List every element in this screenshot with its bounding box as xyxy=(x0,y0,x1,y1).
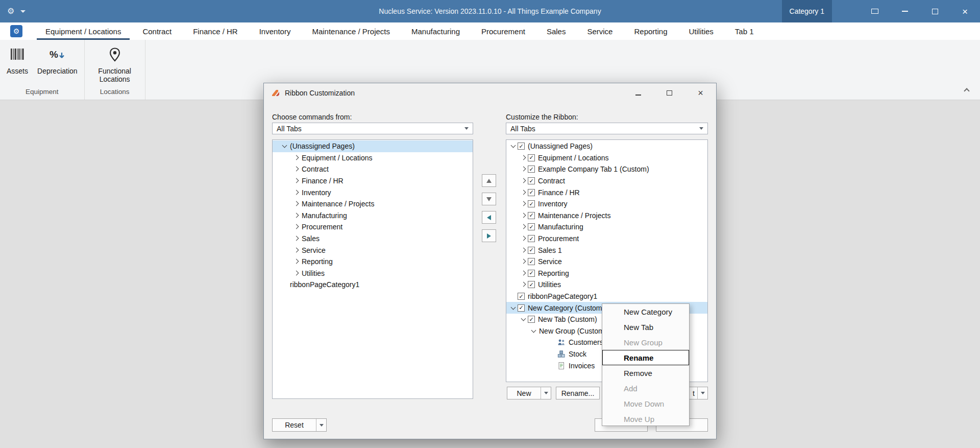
dialog-minimize-button[interactable] xyxy=(629,86,648,99)
menu-item-new-category[interactable]: New Category xyxy=(602,304,689,319)
chevron-right-icon[interactable] xyxy=(520,188,528,197)
chevron-right-icon[interactable] xyxy=(292,188,301,197)
chevron-right-icon[interactable] xyxy=(520,165,528,173)
checkbox[interactable]: ✓ xyxy=(528,281,535,288)
chevron-right-icon[interactable] xyxy=(520,234,528,243)
depreciation-button[interactable]: % Depreciation xyxy=(34,46,81,76)
tree-row[interactable]: Finance / HR xyxy=(273,175,473,187)
tree-row[interactable]: Inventory xyxy=(273,186,473,198)
chevron-down-icon[interactable] xyxy=(509,304,518,312)
move-up-transfer-button[interactable] xyxy=(482,174,496,187)
checkbox[interactable]: ✓ xyxy=(528,258,535,265)
tree-row[interactable]: ✓Equipment / Locations xyxy=(506,152,707,164)
chevron-right-icon[interactable] xyxy=(520,246,528,254)
tab-utilities[interactable]: Utilities xyxy=(678,22,724,40)
tree-row[interactable]: Sales xyxy=(273,233,473,245)
tree-row[interactable]: ✓Service xyxy=(506,256,707,268)
tab-sales[interactable]: Sales xyxy=(536,22,577,40)
tree-row[interactable]: Reporting xyxy=(273,256,473,268)
chevron-down-icon[interactable] xyxy=(530,327,538,335)
minimize-button[interactable] xyxy=(890,0,920,22)
tree-row[interactable]: ✓ribbonPageCategory1 xyxy=(506,291,707,302)
tree-row[interactable]: ✓Manufacturing xyxy=(506,221,707,233)
checkbox[interactable]: ✓ xyxy=(528,212,535,219)
close-button[interactable]: × xyxy=(950,0,980,22)
tree-row[interactable]: ✓(Unassigned Pages) xyxy=(506,140,707,152)
tab-contract[interactable]: Contract xyxy=(132,22,182,40)
checkbox[interactable]: ✓ xyxy=(528,166,535,173)
reset-button[interactable]: Reset xyxy=(272,418,327,432)
checkbox[interactable]: ✓ xyxy=(528,235,535,242)
collapse-ribbon-button[interactable] xyxy=(961,84,973,95)
chevron-right-icon[interactable] xyxy=(520,154,528,162)
tab-maintenance-projects[interactable]: Maintenance / Projects xyxy=(301,22,401,40)
partially-hidden-button-dropdown[interactable] xyxy=(697,387,707,399)
checkbox[interactable]: ✓ xyxy=(518,143,525,150)
chevron-right-icon[interactable] xyxy=(292,234,301,243)
chevron-right-icon[interactable] xyxy=(292,165,301,173)
chevron-right-icon[interactable] xyxy=(520,200,528,208)
new-button-dropdown[interactable] xyxy=(541,387,551,399)
menu-item-rename[interactable]: Rename xyxy=(602,350,689,365)
customize-ribbon-dropdown[interactable]: All Tabs xyxy=(506,123,708,134)
menu-item-remove[interactable]: Remove xyxy=(602,365,689,381)
tree-row[interactable]: ribbonPageCategory1 xyxy=(273,279,473,291)
tree-row[interactable]: ✓Utilities xyxy=(506,279,707,291)
tree-row[interactable]: ✓Inventory xyxy=(506,198,707,210)
tree-row[interactable]: Procurement xyxy=(273,221,473,233)
checkbox[interactable]: ✓ xyxy=(518,304,525,312)
tree-row[interactable]: ✓Maintenance / Projects xyxy=(506,210,707,222)
chevron-right-icon[interactable] xyxy=(292,246,301,254)
chevron-right-icon[interactable] xyxy=(292,257,301,266)
tree-row[interactable]: Contract xyxy=(273,163,473,175)
chevron-right-icon[interactable] xyxy=(520,211,528,220)
chevron-right-icon[interactable] xyxy=(292,200,301,208)
app-menu-button[interactable]: ⚙ xyxy=(10,25,22,37)
tree-row[interactable]: Maintenance / Projects xyxy=(273,198,473,210)
rename-button[interactable]: Rename... xyxy=(556,387,600,399)
chevron-down-icon[interactable] xyxy=(509,142,518,150)
new-button[interactable]: New xyxy=(507,387,551,399)
dialog-close-button[interactable]: × xyxy=(691,86,710,99)
chevron-right-icon[interactable] xyxy=(520,269,528,277)
tab-equipment-locations[interactable]: Equipment / Locations xyxy=(35,22,132,40)
maximize-button[interactable] xyxy=(920,0,950,22)
tab-inventory[interactable]: Inventory xyxy=(249,22,302,40)
tree-row[interactable]: (Unassigned Pages) xyxy=(273,140,473,152)
checkbox[interactable]: ✓ xyxy=(528,270,535,277)
choose-commands-dropdown[interactable]: All Tabs xyxy=(272,123,473,134)
tree-row[interactable]: Equipment / Locations xyxy=(273,152,473,164)
tree-row[interactable]: ✓Reporting xyxy=(506,268,707,279)
chevron-right-icon[interactable] xyxy=(292,223,301,231)
dialog-maximize-button[interactable] xyxy=(660,86,679,99)
functional-locations-button[interactable]: Functional Locations xyxy=(88,46,142,84)
chevron-right-icon[interactable] xyxy=(520,223,528,231)
tree-row[interactable]: ✓Finance / HR xyxy=(506,186,707,198)
checkbox[interactable]: ✓ xyxy=(518,293,525,300)
checkbox[interactable]: ✓ xyxy=(528,189,535,196)
tree-row[interactable]: ✓Procurement xyxy=(506,233,707,245)
tab-manufacturing[interactable]: Manufacturing xyxy=(401,22,471,40)
reset-button-dropdown[interactable] xyxy=(316,419,326,431)
tree-row[interactable]: Service xyxy=(273,244,473,256)
remove-from-ribbon-button[interactable] xyxy=(482,211,496,224)
checkbox[interactable]: ✓ xyxy=(528,154,535,161)
chevron-right-icon[interactable] xyxy=(292,154,301,162)
tab-reporting[interactable]: Reporting xyxy=(623,22,678,40)
ribbon-category-badge[interactable]: Category 1 xyxy=(782,0,832,22)
tab-tab1[interactable]: Tab 1 xyxy=(724,22,765,40)
chevron-right-icon[interactable] xyxy=(520,177,528,185)
checkbox[interactable]: ✓ xyxy=(528,200,535,207)
tree-row[interactable]: Manufacturing xyxy=(273,210,473,222)
menu-item-new-tab[interactable]: New Tab xyxy=(602,319,689,335)
chevron-right-icon[interactable] xyxy=(520,280,528,289)
move-down-transfer-button[interactable] xyxy=(482,193,496,205)
chevron-right-icon[interactable] xyxy=(520,257,528,266)
tab-service[interactable]: Service xyxy=(576,22,623,40)
checkbox[interactable]: ✓ xyxy=(528,316,535,323)
chevron-down-icon[interactable] xyxy=(281,142,289,150)
qat-dropdown-icon[interactable] xyxy=(20,10,26,13)
chevron-right-icon[interactable] xyxy=(292,211,301,220)
checkbox[interactable]: ✓ xyxy=(528,223,535,230)
tab-procurement[interactable]: Procurement xyxy=(471,22,536,40)
